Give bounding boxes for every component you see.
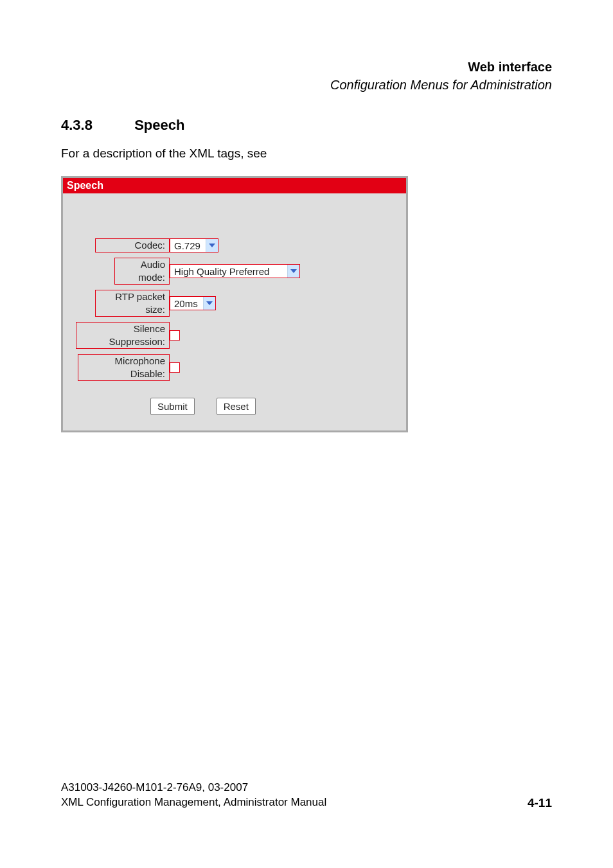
row-microphone-disable: Microphone Disable: bbox=[76, 354, 393, 381]
section-title: Speech bbox=[134, 117, 184, 133]
row-audio-mode: Audio mode: High Quality Preferred bbox=[76, 258, 393, 285]
page-footer: A31003-J4260-M101-2-76A9, 03-2007 XML Co… bbox=[61, 781, 552, 810]
footer-line-2: XML Configuration Management, Administra… bbox=[61, 795, 326, 810]
select-codec[interactable]: G.729 bbox=[170, 238, 218, 252]
select-rtp-packet-size-value: 20ms bbox=[170, 297, 203, 310]
checkbox-microphone-disable[interactable] bbox=[170, 362, 180, 373]
control-rtp-packet-size: 20ms bbox=[170, 296, 216, 310]
label-microphone-disable: Microphone Disable: bbox=[78, 354, 170, 381]
label-rtp-packet-size: RTP packet size: bbox=[95, 290, 170, 317]
select-rtp-packet-size[interactable]: 20ms bbox=[170, 296, 216, 310]
reset-button[interactable]: Reset bbox=[217, 398, 256, 415]
row-silence-suppression: Silence Suppression: bbox=[76, 322, 393, 349]
select-audio-mode[interactable]: High Quality Preferred bbox=[170, 264, 300, 278]
panel-body: Codec: G.729 Audio mode: High Quality Pr… bbox=[63, 193, 406, 430]
footer-line-1: A31003-J4260-M101-2-76A9, 03-2007 bbox=[61, 781, 326, 795]
chevron-down-icon bbox=[206, 239, 218, 252]
chevron-down-icon bbox=[203, 297, 215, 310]
chevron-down-icon bbox=[287, 265, 299, 278]
header-title: Web interface bbox=[61, 58, 552, 76]
header-subtitle: Configuration Menus for Administration bbox=[61, 76, 552, 94]
speech-panel: Speech Codec: G.729 Audio mode: bbox=[61, 176, 408, 432]
select-audio-mode-value: High Quality Preferred bbox=[170, 265, 287, 278]
section-number: 4.3.8 bbox=[61, 117, 130, 134]
footer-left: A31003-J4260-M101-2-76A9, 03-2007 XML Co… bbox=[61, 781, 326, 810]
intro-text: For a description of the XML tags, see bbox=[61, 146, 552, 161]
label-audio-mode: Audio mode: bbox=[114, 258, 170, 285]
button-row: Submit Reset bbox=[76, 398, 393, 415]
row-codec: Codec: G.729 bbox=[76, 238, 393, 252]
page: Web interface Configuration Menus for Ad… bbox=[0, 0, 613, 868]
control-microphone-disable bbox=[170, 362, 180, 373]
page-header: Web interface Configuration Menus for Ad… bbox=[61, 58, 552, 94]
control-codec: G.729 bbox=[170, 238, 218, 252]
label-silence-suppression: Silence Suppression: bbox=[76, 322, 170, 349]
footer-page-number: 4-11 bbox=[528, 796, 552, 810]
control-silence-suppression bbox=[170, 330, 180, 341]
row-rtp-packet-size: RTP packet size: 20ms bbox=[76, 290, 393, 317]
control-audio-mode: High Quality Preferred bbox=[170, 264, 300, 278]
select-codec-value: G.729 bbox=[170, 239, 206, 252]
label-codec: Codec: bbox=[95, 238, 170, 252]
section-heading: 4.3.8 Speech bbox=[61, 117, 552, 134]
checkbox-silence-suppression[interactable] bbox=[170, 330, 180, 341]
panel-title: Speech bbox=[63, 178, 406, 193]
submit-button[interactable]: Submit bbox=[150, 398, 195, 415]
